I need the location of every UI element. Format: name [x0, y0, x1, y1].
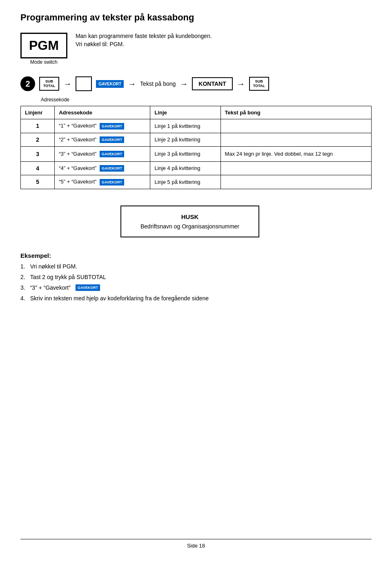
gavekort-badge: GAVEKORT: [100, 151, 124, 157]
col-header-adressekode: Adressekode: [55, 106, 150, 119]
eksempel-item: 4.Skriv inn teksten med hjelp av kodefor…: [20, 295, 372, 302]
eksempel-list: 1.Vri nøkkel til PGM.2.Tast 2 og trykk p…: [20, 263, 372, 302]
col-header-tekst: Tekst på bong: [220, 106, 371, 119]
row-tekst: [220, 119, 371, 133]
gavekort-badge: GAVEKORT: [100, 165, 124, 172]
pgm-line1: Man kan programmere faste tekster på kun…: [76, 33, 212, 39]
row-linje: Linje 2 på kvittering: [150, 133, 220, 147]
row-adressekode: “5” + “Gavekort” GAVEKORT: [55, 175, 150, 189]
page-title: Programmering av tekster på kassabong: [20, 12, 372, 23]
col-header-linjenr: Linjenr: [21, 106, 55, 119]
eksempel-section: Eksempel: 1.Vri nøkkel til PGM.2.Tast 2 …: [20, 252, 372, 302]
arrow-4: →: [237, 79, 245, 89]
pgm-description: Man kan programmere faste tekster på kun…: [76, 33, 212, 49]
page-number: Side 18: [187, 543, 205, 549]
row-tekst: [220, 175, 371, 189]
row-num: 2: [21, 133, 55, 147]
gavekort-button-step2: GAVEKORT: [96, 80, 124, 88]
row-num: 4: [21, 161, 55, 175]
pgm-mode-switch: Mode switch: [20, 59, 67, 65]
row-linje: Linje 5 på kvittering: [150, 175, 220, 189]
gavekort-badge: GAVEKORT: [100, 179, 124, 186]
subtotal-box-1: SUB TOTAL: [39, 77, 59, 91]
step2-section: 2 SUB TOTAL → GAVEKORT → Tekst på bong →…: [20, 76, 372, 91]
row-adressekode: “1” + “Gavekort” GAVEKORT: [55, 119, 150, 133]
arrow-3: →: [180, 79, 188, 89]
kontant-box: KONTANT: [192, 77, 232, 90]
eksempel-item: 1.Vri nøkkel til PGM.: [20, 263, 372, 270]
eksempel-item-text: Skriv inn teksten med hjelp av kodeforkl…: [30, 295, 209, 302]
pgm-section: PGM Mode switch Man kan programmere fast…: [20, 33, 372, 65]
eksempel-item-text: “3” + “Gavekort”: [30, 284, 71, 291]
arrow-2: →: [128, 79, 136, 89]
eksempel-item-text: Tast 2 og trykk på SUBTOTAL: [30, 274, 106, 280]
empty-input-box: [76, 76, 92, 91]
gavekort-badge: GAVEKORT: [100, 123, 124, 130]
eksempel-item: 2.Tast 2 og trykk på SUBTOTAL: [20, 274, 372, 280]
row-adressekode: “3” + “Gavekort” GAVEKORT: [55, 147, 150, 162]
row-linje: Linje 1 på kvittering: [150, 119, 220, 133]
table-row: 3“3” + “Gavekort” GAVEKORTLinje 3 på kvi…: [21, 147, 372, 162]
subtotal-box-2: SUB TOTAL: [249, 77, 269, 91]
eksempel-item: 3.“3” + “Gavekort”GAVEKORT: [20, 284, 372, 291]
husk-title: HUSK: [131, 212, 249, 222]
row-num: 3: [21, 147, 55, 162]
row-tekst: [220, 161, 371, 175]
eksempel-item-num: 4.: [20, 295, 25, 302]
husk-text: Bedriftsnavn og Organisasjonsnummer: [131, 222, 249, 231]
pgm-label: PGM: [29, 38, 59, 53]
table-row: 4“4” + “Gavekort” GAVEKORTLinje 4 på kvi…: [21, 161, 372, 175]
table-row: 5“5” + “Gavekort” GAVEKORTLinje 5 på kvi…: [21, 175, 372, 189]
page-footer: Side 18: [20, 539, 372, 549]
row-num: 1: [21, 119, 55, 133]
eksempel-item-num: 1.: [20, 263, 25, 270]
row-tekst: Max 24 tegn pr linje. Ved dobbel, max 12…: [220, 147, 371, 162]
row-linje: Linje 4 på kvittering: [150, 161, 220, 175]
table-row: 2“2” + “Gavekort” GAVEKORTLinje 2 på kvi…: [21, 133, 372, 147]
main-table: Linjenr Adressekode Linje Tekst på bong …: [20, 106, 372, 189]
eksempel-title: Eksempel:: [20, 252, 372, 259]
table-row: 1“1” + “Gavekort” GAVEKORTLinje 1 på kvi…: [21, 119, 372, 133]
gavekort-badge: GAVEKORT: [100, 136, 124, 143]
eksempel-item-text: Vri nøkkel til PGM.: [30, 263, 77, 270]
step2-number: 2: [20, 76, 35, 91]
col-header-linje: Linje: [150, 106, 220, 119]
pgm-box: PGM: [20, 33, 67, 58]
adressekode-caption: Adressekode: [41, 97, 372, 103]
row-adressekode: “2” + “Gavekort” GAVEKORT: [55, 133, 150, 147]
eksempel-item-num: 2.: [20, 274, 25, 280]
row-adressekode: “4” + “Gavekort” GAVEKORT: [55, 161, 150, 175]
gavekort-badge-eksempel: GAVEKORT: [76, 284, 100, 291]
row-tekst: [220, 133, 371, 147]
arrow-1: →: [63, 79, 71, 89]
row-num: 5: [21, 175, 55, 189]
husk-box: HUSK Bedriftsnavn og Organisasjonsnummer: [120, 206, 259, 237]
eksempel-item-num: 3.: [20, 284, 25, 291]
row-linje: Linje 3 på kvittering: [150, 147, 220, 162]
tekst-pa-bong-label: Tekst på bong: [140, 80, 176, 87]
pgm-line2: Vri nøkkel til: PGM.: [76, 41, 212, 47]
